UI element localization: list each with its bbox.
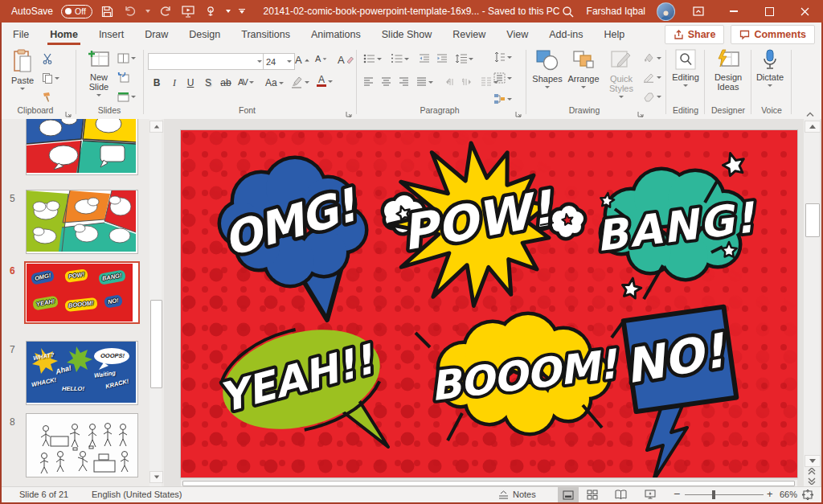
zoom-out-button[interactable]: − bbox=[674, 487, 680, 500]
tab-review[interactable]: Review bbox=[442, 23, 496, 47]
horizontal-scrollbar[interactable] bbox=[181, 480, 797, 486]
cut-button[interactable] bbox=[42, 53, 53, 64]
tab-slide-show[interactable]: Slide Show bbox=[371, 23, 443, 47]
bullets-button[interactable] bbox=[363, 54, 382, 64]
zoom-slider-track[interactable] bbox=[685, 494, 764, 495]
paste-button[interactable]: Paste bbox=[6, 49, 39, 90]
format-painter-button[interactable] bbox=[42, 92, 53, 103]
layout-button[interactable] bbox=[117, 53, 136, 64]
previous-slide-button[interactable] bbox=[805, 467, 819, 476]
font-color-button[interactable]: A bbox=[317, 76, 333, 87]
bold-button[interactable]: B bbox=[149, 77, 164, 88]
slideshow-view-button[interactable] bbox=[645, 490, 656, 501]
highlight-color-button[interactable] bbox=[291, 76, 309, 88]
thumbnail-scroll-up-button[interactable] bbox=[149, 121, 163, 133]
tab-animations[interactable]: Animations bbox=[301, 23, 371, 47]
shape-fill-button[interactable] bbox=[643, 53, 661, 64]
text-direction-ltr-button[interactable] bbox=[444, 77, 455, 87]
normal-view-button[interactable] bbox=[558, 487, 579, 502]
vertical-scrollbar-thumb[interactable] bbox=[805, 203, 820, 237]
tab-insert[interactable]: Insert bbox=[88, 23, 134, 47]
arrange-button[interactable]: Arrange bbox=[566, 49, 601, 88]
slide-sorter-view-button[interactable] bbox=[587, 490, 598, 502]
redo-icon[interactable] bbox=[158, 4, 173, 18]
vertical-scrollbar[interactable] bbox=[804, 119, 820, 486]
tab-transitions[interactable]: Transitions bbox=[231, 23, 301, 47]
reading-view-button[interactable] bbox=[615, 490, 627, 501]
close-button[interactable] bbox=[792, 0, 817, 23]
tab-help[interactable]: Help bbox=[594, 23, 636, 47]
font-size-combo[interactable]: 24 bbox=[263, 53, 295, 70]
slide-6-editing-area[interactable]: OMG! POW! bbox=[181, 130, 797, 477]
text-direction-button[interactable] bbox=[493, 51, 512, 63]
autosave-toggle[interactable]: Off bbox=[61, 5, 92, 18]
language-indicator[interactable]: English (United States) bbox=[92, 490, 182, 499]
text-direction-rtl-button[interactable] bbox=[462, 77, 473, 87]
strikethrough-button[interactable]: ab bbox=[219, 77, 233, 88]
comments-button[interactable]: Comments bbox=[731, 25, 815, 44]
design-ideas-button[interactable]: Design Ideas bbox=[710, 49, 746, 92]
new-slide-button[interactable]: New Slide bbox=[82, 49, 116, 96]
tab-add-ins[interactable]: Add-ins bbox=[538, 23, 593, 47]
save-icon[interactable] bbox=[100, 4, 115, 18]
align-right-button[interactable] bbox=[399, 77, 409, 87]
notes-button[interactable]: Notes bbox=[498, 490, 536, 499]
clear-formatting-button[interactable]: A bbox=[338, 54, 354, 66]
next-slide-button[interactable] bbox=[805, 477, 819, 486]
tab-view[interactable]: View bbox=[496, 23, 538, 47]
slide-thumbnail-5[interactable] bbox=[26, 190, 138, 254]
change-case-button[interactable]: Aa bbox=[265, 77, 284, 88]
reset-button[interactable] bbox=[117, 72, 129, 83]
grow-font-button[interactable]: A bbox=[295, 54, 310, 66]
text-shadow-button[interactable]: S bbox=[201, 77, 215, 88]
tab-home[interactable]: Home bbox=[39, 23, 88, 47]
zoom-level[interactable]: 66% bbox=[780, 490, 797, 499]
font-dialog-launcher[interactable] bbox=[345, 107, 353, 115]
editing-button[interactable]: Editing bbox=[670, 49, 701, 87]
character-spacing-button[interactable]: AV bbox=[238, 77, 254, 87]
maximize-button[interactable] bbox=[757, 0, 781, 23]
search-icon[interactable] bbox=[561, 4, 575, 18]
undo-dropdown-icon[interactable] bbox=[145, 10, 150, 13]
numbering-button[interactable] bbox=[391, 54, 409, 64]
align-left-button[interactable] bbox=[363, 77, 374, 87]
avatar[interactable] bbox=[657, 2, 675, 21]
start-slideshow-icon[interactable] bbox=[181, 4, 195, 18]
account-name[interactable]: Farshad Iqbal bbox=[587, 6, 645, 17]
fit-slide-to-window-button[interactable] bbox=[802, 490, 813, 502]
zoom-in-button[interactable]: + bbox=[767, 488, 773, 500]
scroll-down-button[interactable] bbox=[805, 455, 821, 467]
dictate-button[interactable]: Dictate bbox=[754, 49, 786, 87]
section-button[interactable] bbox=[117, 92, 136, 102]
thumbnail-scroll-down-button[interactable] bbox=[149, 471, 163, 483]
quick-access-menu-icon[interactable] bbox=[239, 9, 245, 14]
drawing-dialog-launcher[interactable] bbox=[637, 107, 645, 115]
underline-button[interactable]: U bbox=[183, 77, 198, 88]
copy-button[interactable] bbox=[42, 72, 59, 84]
decrease-indent-button[interactable] bbox=[419, 54, 430, 64]
ribbon-display-options-icon[interactable] bbox=[686, 0, 710, 23]
paragraph-dialog-launcher[interactable] bbox=[514, 107, 522, 115]
slide-thumbnail-8[interactable] bbox=[26, 413, 138, 477]
touch-mode-icon[interactable] bbox=[203, 4, 218, 18]
touch-mode-dropdown-icon[interactable] bbox=[226, 10, 231, 13]
shape-outline-button[interactable] bbox=[643, 72, 661, 83]
italic-button[interactable]: I bbox=[167, 77, 182, 89]
tab-design[interactable]: Design bbox=[178, 23, 231, 47]
quick-styles-button[interactable]: Quick Styles bbox=[603, 49, 640, 98]
shape-effects-button[interactable] bbox=[643, 92, 661, 102]
font-name-combo[interactable] bbox=[148, 53, 265, 70]
slide-thumbnail-4[interactable] bbox=[26, 119, 138, 175]
slide-thumbnail-7[interactable]: WHAT? Aha! OOOPS! WHACK! Waiting HELLO! … bbox=[26, 341, 138, 405]
shrink-font-button[interactable]: A bbox=[315, 54, 327, 64]
scroll-up-button[interactable] bbox=[805, 121, 821, 133]
tab-draw[interactable]: Draw bbox=[134, 23, 178, 47]
share-button[interactable]: Share bbox=[665, 25, 725, 44]
justify-button[interactable] bbox=[416, 77, 433, 87]
minimize-button[interactable] bbox=[722, 0, 746, 23]
undo-icon[interactable] bbox=[123, 4, 137, 18]
thumbnail-scrollbar-thumb[interactable] bbox=[150, 300, 162, 388]
slide-canvas[interactable]: OMG! POW! bbox=[164, 119, 804, 486]
tab-file[interactable]: File bbox=[0, 23, 39, 47]
slide-indicator[interactable]: Slide 6 of 21 bbox=[19, 490, 68, 499]
